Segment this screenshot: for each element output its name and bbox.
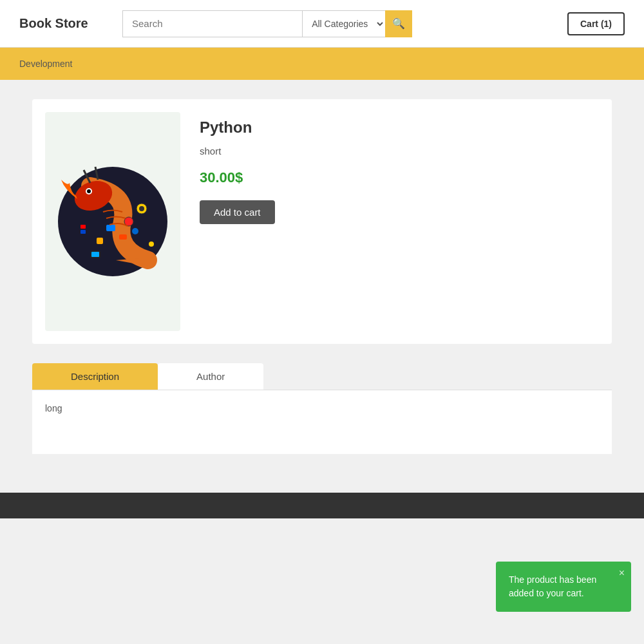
- toast-message: The product has been added to your cart.: [509, 574, 596, 598]
- description-text: long: [45, 403, 62, 413]
- tab-author[interactable]: Author: [158, 363, 263, 390]
- product-price: 30.00$: [200, 169, 580, 186]
- brand-name: Book Store: [19, 16, 122, 31]
- svg-point-13: [139, 206, 144, 211]
- search-button[interactable]: 🔍: [385, 10, 412, 37]
- main-content: Python short 30.00$ Add to cart Descript…: [0, 80, 644, 473]
- product-short-description: short: [200, 146, 580, 156]
- category-select[interactable]: All Categories: [302, 10, 385, 37]
- product-image-wrapper: [45, 112, 180, 331]
- svg-point-4: [87, 189, 91, 193]
- tab-content-description: long: [32, 390, 612, 454]
- search-input[interactable]: [122, 10, 302, 37]
- svg-rect-15: [80, 230, 86, 234]
- svg-rect-11: [91, 252, 99, 257]
- footer: [0, 493, 644, 518]
- search-bar: All Categories 🔍: [122, 10, 412, 37]
- nav-item-development[interactable]: Development: [19, 59, 73, 69]
- svg-rect-7: [97, 238, 103, 244]
- toast-close-icon[interactable]: ×: [619, 565, 625, 581]
- svg-rect-5: [106, 225, 115, 231]
- tab-bar: Description Author: [32, 363, 612, 390]
- product-title: Python: [200, 118, 580, 137]
- add-to-cart-button[interactable]: Add to cart: [200, 200, 275, 224]
- product-card: Python short 30.00$ Add to cart: [32, 99, 612, 344]
- product-image: [52, 160, 174, 283]
- svg-rect-6: [119, 234, 127, 240]
- toast-notification: The product has been added to your cart.…: [496, 562, 631, 612]
- header: Book Store All Categories 🔍 Cart (1): [0, 0, 644, 48]
- svg-point-9: [132, 228, 138, 234]
- product-details: Python short 30.00$ Add to cart: [180, 112, 599, 231]
- svg-rect-14: [80, 225, 86, 229]
- search-icon: 🔍: [392, 17, 405, 30]
- tab-description[interactable]: Description: [32, 363, 158, 390]
- nav-bar: Development: [0, 48, 644, 80]
- cart-button[interactable]: Cart (1): [567, 12, 625, 35]
- svg-point-16: [149, 242, 154, 247]
